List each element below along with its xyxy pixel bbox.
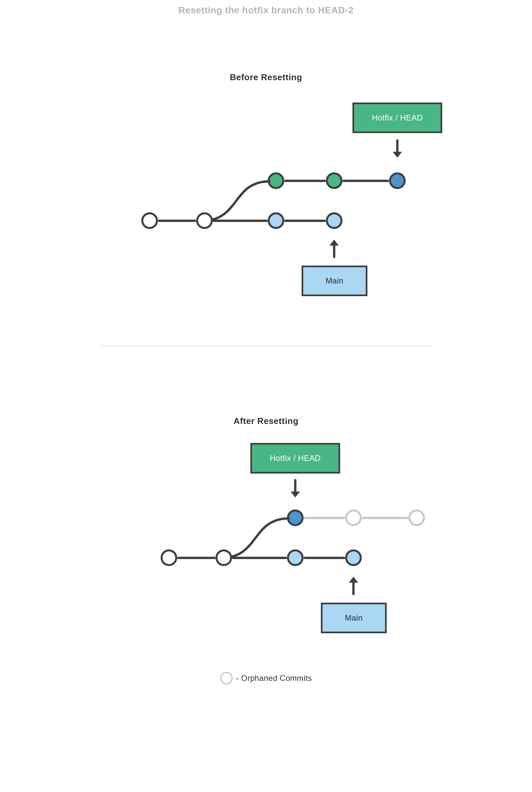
commit-node — [326, 172, 342, 189]
commit-main-tip-node — [345, 549, 362, 566]
tag-main-label: Main — [325, 276, 343, 286]
commit-edge-orphan — [362, 517, 408, 519]
tag-hotfix-label: Hotfix / HEAD — [270, 454, 321, 463]
page-title: Resetting the hotfix branch to HEAD-2 — [0, 5, 532, 16]
svg-marker-1 — [393, 152, 402, 158]
orphan-swatch-icon — [220, 672, 233, 684]
commit-node — [160, 549, 177, 566]
commit-node — [196, 212, 213, 229]
commit-orphan-node — [345, 510, 362, 526]
tag-main-after: Main — [321, 603, 387, 633]
arrow-up-icon — [327, 239, 341, 258]
after-heading: After Resetting — [0, 416, 532, 426]
commit-node — [215, 549, 232, 566]
before-heading: Before Resetting — [0, 72, 532, 82]
commit-head-node — [389, 172, 406, 189]
diagram-before: Hotfix / HEAD Main — [100, 93, 432, 326]
legend: - Orphaned Commits — [100, 673, 432, 685]
tag-hotfix-after: Hotfix / HEAD — [250, 443, 340, 474]
commit-edge — [342, 180, 389, 182]
commit-node — [141, 212, 158, 229]
tag-main-before: Main — [302, 265, 367, 296]
svg-marker-7 — [349, 577, 358, 583]
commit-edge — [232, 557, 287, 559]
tag-main-label: Main — [345, 613, 363, 623]
tag-hotfix-label: Hotfix / HEAD — [372, 113, 423, 123]
arrow-down-icon — [391, 139, 404, 159]
divider — [100, 346, 432, 346]
arrow-down-icon — [289, 479, 302, 498]
diagram-after: Hotfix / HEAD Main — [100, 436, 432, 669]
commit-edge — [158, 220, 196, 222]
legend-label: - Orphaned Commits — [236, 674, 312, 682]
commit-edge-orphan — [304, 517, 345, 519]
commit-main-tip-node — [326, 212, 342, 229]
commit-node — [287, 549, 304, 566]
commit-edge — [213, 220, 268, 222]
commit-orphan-node — [408, 510, 425, 526]
tag-hotfix-before: Hotfix / HEAD — [353, 103, 442, 133]
commit-edge — [284, 180, 326, 182]
svg-marker-3 — [329, 240, 339, 245]
svg-marker-5 — [291, 492, 300, 497]
arrow-up-icon — [347, 576, 360, 595]
commit-edge — [284, 220, 326, 222]
commit-edge — [304, 557, 345, 559]
commit-edge — [177, 557, 215, 559]
commit-node — [268, 212, 284, 229]
